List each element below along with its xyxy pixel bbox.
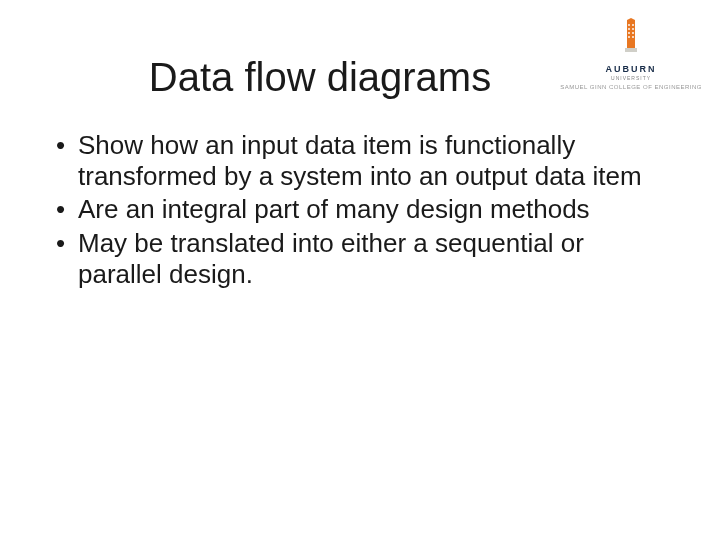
- bullet-list: Show how an input data item is functiona…: [50, 130, 660, 290]
- bullet-item: Are an integral part of many design meth…: [50, 194, 660, 225]
- bullet-item: May be translated into either a sequenti…: [50, 228, 660, 290]
- slide-container: AUBURN UNIVERSITY SAMUEL GINN COLLEGE OF…: [0, 0, 720, 540]
- svg-rect-5: [632, 28, 634, 30]
- svg-rect-2: [628, 24, 630, 26]
- logo-text-main: AUBURN: [560, 64, 702, 74]
- svg-rect-9: [632, 36, 634, 38]
- svg-rect-3: [632, 24, 634, 26]
- svg-marker-10: [627, 18, 635, 20]
- svg-rect-8: [628, 36, 630, 38]
- svg-rect-4: [628, 28, 630, 30]
- logo-area: AUBURN UNIVERSITY SAMUEL GINN COLLEGE OF…: [560, 18, 702, 90]
- logo-text-sub2: SAMUEL GINN COLLEGE OF ENGINEERING: [560, 84, 702, 90]
- svg-rect-6: [628, 32, 630, 34]
- svg-rect-1: [625, 48, 637, 52]
- logo-tower-icon: [618, 18, 644, 54]
- content-area: Show how an input data item is functiona…: [0, 130, 720, 290]
- bullet-item: Show how an input data item is functiona…: [50, 130, 660, 192]
- logo-text-sub1: UNIVERSITY: [560, 75, 702, 81]
- svg-rect-7: [632, 32, 634, 34]
